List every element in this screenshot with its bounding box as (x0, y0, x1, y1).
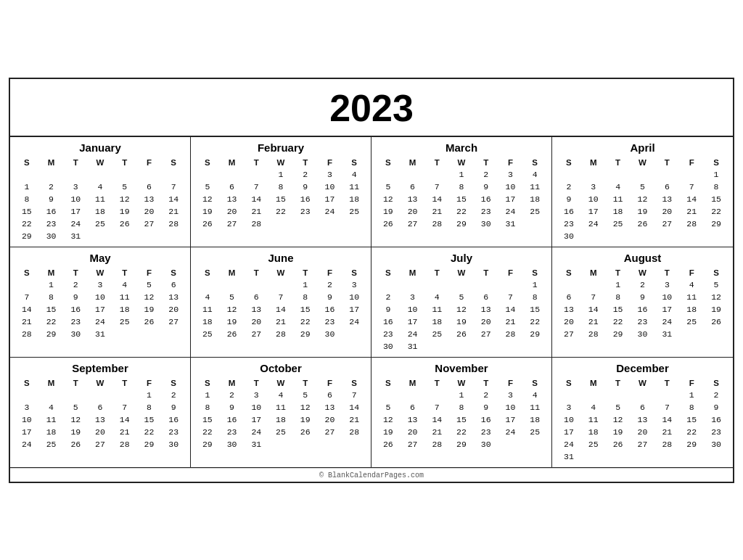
day-number: 27 (631, 438, 655, 450)
day-number: 0 (112, 168, 137, 181)
day-number: 22 (606, 316, 631, 328)
day-number: 0 (112, 450, 137, 463)
day-number: 0 (679, 340, 704, 353)
day-number: 19 (63, 426, 88, 438)
day-header: S (557, 378, 581, 389)
day-number: 0 (293, 218, 318, 230)
day-header: T (654, 268, 679, 279)
day-number: 0 (268, 340, 293, 353)
day-number: 11 (522, 181, 547, 193)
day-number: 0 (342, 340, 366, 353)
day-number: 18 (88, 205, 112, 218)
day-number: 0 (318, 218, 342, 230)
day-number: 19 (606, 426, 631, 438)
month-grid: SMTWTFS012345678910111213141516171819202… (15, 268, 186, 353)
day-number: 14 (679, 193, 704, 205)
day-number: 6 (137, 181, 162, 193)
day-number: 3 (342, 279, 366, 291)
day-number: 2 (293, 168, 318, 181)
day-number: 15 (522, 303, 547, 316)
day-number: 5 (376, 401, 401, 413)
day-number: 1 (522, 279, 547, 291)
day-number: 0 (63, 168, 88, 181)
day-number: 4 (522, 389, 547, 401)
month-grid: SMTWTFS000001234567891011121314151617181… (15, 378, 186, 463)
day-number: 0 (220, 340, 245, 353)
day-number: 29 (606, 328, 631, 340)
day-number: 0 (112, 389, 137, 401)
day-number: 2 (63, 279, 88, 291)
day-number: 0 (376, 450, 401, 463)
day-number: 14 (342, 401, 366, 413)
day-number: 3 (557, 401, 581, 413)
day-number: 30 (474, 438, 498, 450)
day-number: 25 (581, 438, 606, 450)
day-number: 19 (376, 426, 401, 438)
day-number: 18 (581, 426, 606, 438)
month-name: February (195, 140, 366, 155)
day-number: 11 (268, 401, 293, 413)
day-number: 30 (474, 218, 498, 230)
day-number: 22 (39, 316, 64, 328)
day-number: 19 (704, 303, 728, 316)
month-march: MarchSMTWTFS0001234567891011121314151617… (372, 137, 552, 247)
day-number: 2 (161, 389, 186, 401)
day-header: S (342, 268, 366, 279)
day-number: 9 (557, 193, 581, 205)
month-grid: SMTWTFS000123456789101112131415161718192… (195, 157, 366, 242)
day-number: 10 (244, 401, 268, 413)
month-grid: SMTWTFS000000012345678910111213141516171… (15, 157, 186, 242)
day-number: 25 (39, 438, 64, 450)
day-number: 7 (498, 291, 523, 303)
day-number: 24 (654, 316, 679, 328)
day-number: 0 (15, 340, 39, 353)
day-number: 0 (679, 450, 704, 463)
day-number: 0 (581, 340, 606, 353)
day-number: 31 (401, 340, 425, 353)
day-number: 2 (557, 181, 581, 193)
day-number: 27 (557, 328, 581, 340)
day-number: 30 (220, 438, 245, 450)
day-number: 0 (244, 230, 268, 242)
day-number: 17 (318, 193, 342, 205)
day-number: 29 (195, 438, 220, 450)
day-number: 26 (376, 438, 401, 450)
day-number: 23 (474, 426, 498, 438)
day-number: 18 (424, 316, 449, 328)
day-number: 0 (654, 340, 679, 353)
day-number: 2 (376, 291, 401, 303)
day-number: 17 (244, 413, 268, 426)
day-number: 22 (449, 426, 474, 438)
day-number: 25 (268, 426, 293, 438)
day-number: 0 (137, 168, 162, 181)
day-number: 10 (557, 413, 581, 426)
day-number: 31 (654, 328, 679, 340)
day-number: 12 (137, 291, 162, 303)
day-number: 30 (161, 438, 186, 450)
day-number: 0 (581, 450, 606, 463)
day-number: 5 (606, 401, 631, 413)
month-grid: SMTWTFS000012345678910111213141516171819… (195, 268, 366, 353)
day-number: 0 (195, 230, 220, 242)
day-number: 21 (424, 205, 449, 218)
day-number: 0 (679, 230, 704, 242)
day-number: 0 (401, 230, 425, 242)
day-number: 0 (704, 328, 728, 340)
day-number: 25 (112, 316, 137, 328)
day-number: 0 (631, 168, 655, 181)
day-number: 26 (195, 218, 220, 230)
day-number: 17 (88, 303, 112, 316)
day-number: 0 (704, 340, 728, 353)
day-number: 21 (498, 316, 523, 328)
day-number: 6 (557, 291, 581, 303)
month-name: November (376, 361, 547, 376)
day-number: 9 (474, 401, 498, 413)
day-header: S (161, 378, 186, 389)
day-number: 17 (557, 426, 581, 438)
day-number: 1 (15, 181, 39, 193)
month-february: FebruarySMTWTFS0001234567891011121314151… (191, 137, 372, 247)
day-number: 0 (654, 389, 679, 401)
day-number: 1 (195, 389, 220, 401)
day-number: 0 (342, 328, 366, 340)
day-number: 1 (449, 389, 474, 401)
